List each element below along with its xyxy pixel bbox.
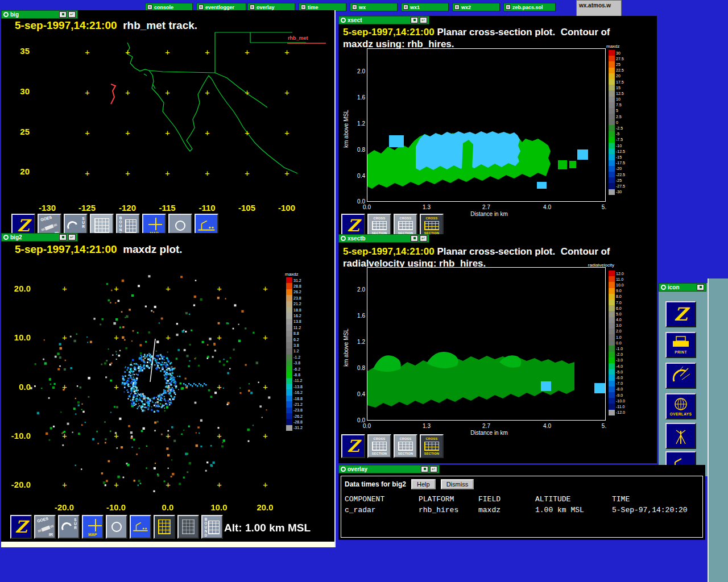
axis-tick-label: 0.0 [2, 383, 31, 392]
colorbar-value: 2.5 [616, 115, 622, 119]
window-big: big 5-sep-1997,14:21:00 rhb_met track. r… [1, 10, 336, 244]
map-button[interactable]: MAP [82, 515, 104, 539]
cross-section-button-3-selected[interactable]: CROSS SECTION [420, 434, 444, 458]
ir-label: IR [49, 533, 53, 537]
colorbar-swatch [609, 50, 615, 56]
colorbar-value: 8.0 [616, 294, 622, 298]
axis-tick-label: 1.6 [350, 94, 365, 101]
grid-plus-mark: + [125, 129, 131, 137]
window-resize-button[interactable] [430, 466, 437, 472]
window-menu-icon[interactable] [3, 12, 9, 17]
cross-section-plot[interactable] [367, 267, 606, 421]
circle-tool-button[interactable] [106, 515, 127, 539]
colorbar-value: 31.2 [293, 278, 301, 282]
grid-selected-button[interactable] [154, 515, 175, 539]
cross-section-grid-icon [372, 442, 387, 451]
colorbar-swatch [286, 419, 292, 425]
window-box-icon[interactable] [352, 5, 357, 10]
help-button[interactable]: Help [411, 479, 436, 489]
window-box-icon[interactable] [506, 5, 511, 10]
window-box-icon[interactable] [403, 5, 408, 10]
window-menu-icon[interactable] [341, 467, 346, 472]
colorbar-value: 0 [616, 120, 618, 124]
radar-dish-icon [66, 220, 80, 234]
bounds-button[interactable]: BOUNDS [201, 515, 223, 539]
icon-antenna-button[interactable] [665, 423, 696, 449]
table-header-cell: FIELD [478, 495, 535, 504]
window-menu-icon[interactable] [661, 285, 666, 290]
radar-scatter-canvas[interactable] [17, 267, 284, 512]
zeb-menu-button[interactable]: Z [10, 515, 32, 539]
goes-ir-button[interactable]: GOES IR [34, 515, 56, 539]
colorbar-value: 4.0 [616, 318, 622, 322]
titlebar-xsectb[interactable]: xsectb [338, 234, 429, 243]
icon-zeb-button[interactable]: Z [665, 301, 696, 327]
taskbar-window-wx1[interactable]: wx1 [401, 3, 449, 11]
window-menu-icon[interactable] [341, 236, 346, 241]
window-resize-button[interactable] [420, 235, 427, 242]
window-box-icon[interactable] [250, 5, 255, 10]
window-box-icon[interactable] [454, 5, 460, 10]
colorbar-swatch [286, 319, 292, 325]
colorbar-swatch [609, 154, 615, 160]
icon-print-button[interactable]: PRINT [665, 332, 696, 358]
colorbar-value: -25 [616, 178, 622, 182]
titlebar-overlay[interactable]: overlay [338, 465, 440, 473]
icon-overlays-button[interactable]: OVERLAYS [665, 393, 696, 419]
window-iconify-button[interactable] [59, 11, 67, 18]
window-iconify-button[interactable] [411, 235, 418, 242]
grid-icon [94, 218, 109, 233]
window-label: console [154, 5, 173, 10]
colorbar-value: -6.2 [293, 367, 300, 371]
dismiss-button[interactable]: Dismiss [441, 479, 474, 489]
window-iconify-button[interactable] [421, 466, 428, 472]
ship-icon [132, 519, 149, 535]
window-iconify-button[interactable] [697, 284, 704, 290]
cross-section-grid-icon [424, 442, 439, 451]
zeb-menu-button[interactable]: Z [341, 434, 365, 458]
window-box-icon[interactable] [147, 5, 152, 10]
axis-tick-label: 2.7 [478, 423, 495, 429]
titlebar-big2[interactable]: big2 [1, 233, 78, 242]
window-iconify-button[interactable] [411, 17, 418, 23]
section-label: SECTION [398, 452, 413, 455]
colorbar-swatch [286, 336, 292, 342]
colorbar-value: -6.0 [616, 376, 623, 380]
titlebar-big[interactable]: big [1, 10, 78, 19]
window-box-icon[interactable] [301, 5, 306, 10]
colorbar-swatch [609, 276, 615, 282]
titlebar-xsect[interactable]: xsect [338, 16, 429, 24]
cross-section-button-1[interactable]: CROSS SECTION [367, 434, 391, 458]
colorbar-value: -5 [616, 132, 619, 136]
window-resize-button[interactable] [68, 11, 76, 18]
window-title: big [10, 12, 19, 18]
cross-section-button-2[interactable]: CROSS SECTION [394, 434, 417, 458]
section-label: SECTION [424, 452, 440, 455]
taskbar-window-wx2[interactable]: wx2 [452, 3, 500, 11]
taskbar-window-wx[interactable]: wx [350, 3, 398, 11]
globe-grid-icon [669, 397, 692, 411]
titlebar-icon[interactable]: icon [659, 283, 706, 292]
grid-dim-button[interactable] [177, 515, 199, 539]
window-resize-button[interactable] [420, 17, 427, 23]
big2-toolbar: Z GOES IR SUR MAP BOUNDS [10, 515, 223, 539]
colorbar-swatch [286, 301, 292, 307]
axis-tick-label: -10.0 [2, 431, 31, 440]
window-menu-icon[interactable] [341, 18, 346, 23]
colorbar-value: 6.2 [293, 338, 299, 342]
window-menu-icon[interactable] [3, 235, 9, 240]
icon-radar-button[interactable] [665, 363, 696, 389]
ship-tool-button[interactable] [130, 515, 151, 539]
window-label: wx.atmos.w [579, 2, 611, 9]
window-iconify-button[interactable] [59, 234, 67, 240]
taskbar-window-zeb-pacs-sol[interactable]: zeb.pacs.sol [503, 3, 556, 11]
surface-radar-button[interactable]: SUR [58, 515, 80, 539]
window-label: wx2 [461, 5, 471, 10]
grid-plus-mark: + [284, 89, 290, 97]
colorbar-swatch [609, 102, 615, 108]
cross-section-plot[interactable] [367, 48, 606, 202]
grid-plus-mark: + [84, 129, 90, 137]
window-resize-button[interactable] [68, 234, 76, 240]
colorbar-value: -11.2 [293, 379, 302, 383]
window-box-icon[interactable] [198, 5, 204, 10]
